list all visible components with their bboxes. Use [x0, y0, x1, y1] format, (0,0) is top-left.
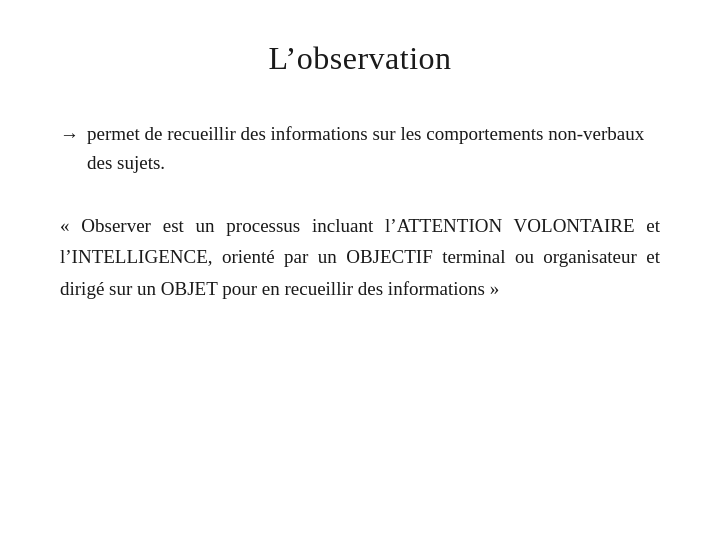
bullet-section: → permet de recueillir des informations … [60, 119, 660, 178]
arrow-icon: → [60, 120, 79, 149]
bullet-text: permet de recueillir des informations su… [87, 119, 660, 178]
slide-container: L’observation → permet de recueillir des… [0, 0, 720, 540]
page-title: L’observation [60, 40, 660, 77]
quote-section: « Observer est un processus incluant l’A… [60, 210, 660, 304]
